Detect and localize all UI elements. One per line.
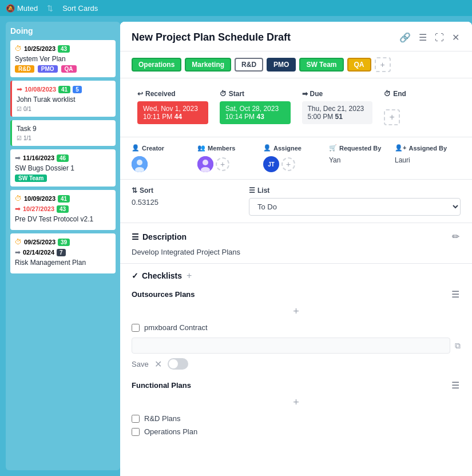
link-button[interactable]: 🔗 bbox=[398, 31, 412, 44]
tag-operations[interactable]: Operations bbox=[132, 58, 181, 72]
person-plus-icon: 👤+ bbox=[395, 144, 406, 152]
checklist-input-row: ⧉ bbox=[132, 338, 461, 354]
checklist-group-functional-header: Functional Plans ☰ bbox=[132, 379, 461, 392]
checklist-checkbox-operations-plan[interactable] bbox=[132, 428, 140, 436]
checklist-checkbox-rnd-plans[interactable] bbox=[132, 415, 140, 423]
card-title: John Turak worklist bbox=[17, 96, 111, 104]
end-icon: ⏱ bbox=[384, 90, 391, 98]
card-badge1: 41 bbox=[58, 195, 70, 203]
timer-icon: ⏱ bbox=[15, 45, 22, 53]
tag-marketing[interactable]: Marketing bbox=[185, 58, 231, 72]
timer-icon: ⏱ bbox=[15, 238, 22, 246]
tag-pmo[interactable]: PMO bbox=[267, 58, 296, 72]
description-text: Develop Integrated Project Plans bbox=[132, 248, 461, 256]
card-sw-bugs[interactable]: ➡ 11/16/2023 46 SW Bugs Dossier 1 SW Tea… bbox=[10, 149, 116, 187]
card-date2: 10/27/2023 bbox=[23, 205, 54, 212]
assignee-badge[interactable]: JT bbox=[263, 156, 279, 172]
sort-value: 0.53125 bbox=[132, 198, 237, 207]
start-value[interactable]: Sat, Oct 28, 2023 10:14 PM 43 bbox=[220, 101, 291, 124]
members-cell: 👥 Members + bbox=[197, 144, 263, 172]
tag-rnd: R&D bbox=[15, 65, 34, 73]
tag-swteam[interactable]: SW Team bbox=[299, 58, 343, 72]
members-label: 👥 Members bbox=[197, 144, 263, 152]
member-avatar-1[interactable] bbox=[197, 156, 213, 172]
start-label: ⏱ Start bbox=[220, 90, 291, 98]
save-button[interactable]: Save bbox=[132, 360, 149, 368]
assigned-by-label: 👤+ Assigned By bbox=[395, 144, 461, 152]
timer-icon: ⏱ bbox=[15, 195, 22, 203]
sort-cards-label[interactable]: Sort Cards bbox=[62, 4, 98, 13]
cart-icon: 🛒 bbox=[329, 144, 337, 152]
card-john-turak[interactable]: ➡ 10/08/2023 41 5 John Turak worklist ☑0… bbox=[10, 81, 116, 117]
edit-description-button[interactable]: ✏ bbox=[451, 230, 461, 243]
checklists-section: ✓ Checklists + Outsources Plans ☰ + pmxb… bbox=[120, 264, 472, 454]
toggle-switch[interactable] bbox=[168, 358, 188, 370]
checklists-title: ✓ Checklists bbox=[132, 271, 182, 280]
card-badge1: 39 bbox=[58, 239, 70, 246]
creator-avatar-img bbox=[132, 156, 148, 172]
checklist-copy-button[interactable]: ⧉ bbox=[455, 341, 461, 351]
topbar: 🔕 Muted ⇅ Sort Cards bbox=[0, 0, 472, 16]
card-badge: 46 bbox=[57, 154, 69, 162]
start-icon: ⏱ bbox=[220, 90, 227, 98]
tags-row: Operations Marketing R&D PMO SW Team QA … bbox=[120, 51, 472, 78]
person-icon: 👤 bbox=[132, 144, 140, 152]
tag-swteam: SW Team bbox=[15, 174, 47, 182]
expand-button[interactable]: ⛶ bbox=[434, 31, 445, 44]
arrow-icon: ➡ bbox=[15, 248, 21, 256]
checklist-item-label-pmxboard: pmxboard Contract bbox=[144, 323, 208, 332]
card-date1: 09/25/2023 bbox=[24, 239, 55, 245]
members-content: + bbox=[197, 156, 263, 172]
due-value[interactable]: Thu, Dec 21, 2023 5:00 PM 51 bbox=[302, 101, 373, 124]
sort-icon: ⇅ bbox=[132, 187, 137, 195]
muted-label[interactable]: 🔕 Muted bbox=[6, 4, 38, 13]
add-checklist-button[interactable]: + bbox=[187, 271, 192, 281]
add-outsources-item-button[interactable]: + bbox=[293, 306, 299, 318]
checklist-new-item-input[interactable] bbox=[132, 338, 450, 354]
menu-button[interactable]: ☰ bbox=[418, 31, 428, 44]
add-tag-button[interactable]: + bbox=[375, 57, 391, 72]
assigned-by-value: Lauri bbox=[395, 156, 461, 164]
add-assignee-button[interactable]: + bbox=[281, 157, 295, 171]
checklist-checkbox-pmxboard[interactable] bbox=[132, 324, 140, 332]
card-title: Pre DV Test Protocol v2.1 bbox=[15, 215, 111, 223]
received-value[interactable]: Wed, Nov 1, 2023 10:11 PM 44 bbox=[137, 101, 208, 124]
assignee-cell: 👤 Assignee JT + bbox=[263, 144, 329, 172]
list-label: ☰ List bbox=[249, 187, 461, 195]
checklist-group-outsources-title: Outsources Plans bbox=[132, 290, 195, 299]
add-functional-item-button[interactable]: + bbox=[293, 396, 299, 408]
checklist-group-functional-menu[interactable]: ☰ bbox=[450, 379, 461, 392]
card-date: 10/08/2023 bbox=[25, 86, 56, 93]
card-task9[interactable]: Task 9 ☑1/1 bbox=[10, 120, 116, 146]
tag-rnd[interactable]: R&D bbox=[235, 58, 263, 72]
card-risk-mgmt[interactable]: ⏱ 09/25/2023 39 ➡ 02/14/2024 7 Risk Mana… bbox=[10, 233, 116, 273]
card-system-ver-plan[interactable]: ⏱ 10/25/2023 43 System Ver Plan R&D PMO … bbox=[10, 40, 116, 77]
tag-qa: QA bbox=[61, 65, 77, 73]
requested-by-label: 🛒 Requested By bbox=[329, 144, 395, 152]
card-subtask: ☑0/1 bbox=[17, 106, 111, 112]
column-title: Doing bbox=[10, 26, 116, 35]
add-member-button[interactable]: + bbox=[216, 157, 229, 171]
assignee-icon: 👤 bbox=[263, 144, 271, 152]
cancel-button[interactable]: ✕ bbox=[154, 359, 162, 370]
checklist-item-label-operations-plan: Operations Plan bbox=[144, 427, 197, 436]
card-title: Task 9 bbox=[17, 125, 111, 133]
close-button[interactable]: ✕ bbox=[451, 31, 461, 44]
sort-label: ⇅ Sort bbox=[132, 187, 237, 195]
checklist-group-outsources-header: Outsources Plans ☰ bbox=[132, 288, 461, 301]
checklist-group-outsources-menu[interactable]: ☰ bbox=[450, 288, 461, 301]
modal: New Project Plan Schedule Draft 🔗 ☰ ⛶ ✕ … bbox=[120, 22, 472, 476]
add-end-date-button[interactable]: + bbox=[384, 109, 400, 125]
card-date: 10/25/2023 bbox=[24, 45, 55, 52]
card-pre-dv[interactable]: ⏱ 10/09/2023 41 ➡ 10/27/2023 43 Pre DV T… bbox=[10, 190, 116, 230]
tag-qa[interactable]: QA bbox=[347, 58, 371, 72]
creator-label: 👤 Creator bbox=[132, 144, 197, 152]
list-select[interactable]: To Do In Progress Done Backlog bbox=[249, 198, 461, 216]
assignee-label: 👤 Assignee bbox=[263, 144, 329, 152]
end-label: ⏱ End bbox=[384, 90, 455, 98]
creator-avatar[interactable] bbox=[132, 156, 148, 172]
card-badge2: 7 bbox=[57, 249, 66, 256]
description-section: ☰ Description ✏ Develop Integrated Proje… bbox=[120, 223, 472, 264]
due-label: ➡ Due bbox=[302, 90, 373, 98]
requested-by-value: Yan bbox=[329, 156, 395, 164]
